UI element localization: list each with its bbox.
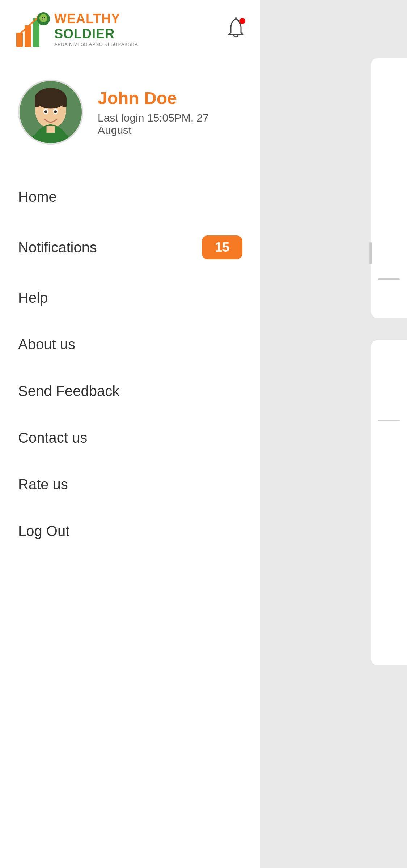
svg-point-6	[42, 17, 43, 18]
menu-item-logout[interactable]: Log Out	[18, 508, 242, 554]
drawer-panel: WEALTHY SOLDIER APNA NIVESH APNO KI SURA…	[0, 0, 260, 868]
menu-label-contact: Contact us	[18, 430, 87, 446]
notifications-badge: 15	[202, 235, 242, 259]
partial-bracket	[364, 242, 372, 264]
menu-label-home: Home	[18, 189, 57, 205]
svg-point-16	[44, 110, 47, 113]
logo-container: WEALTHY SOLDIER APNA NIVESH APNO KI SURA…	[14, 11, 138, 47]
menu-label-logout: Log Out	[18, 523, 69, 539]
svg-point-7	[44, 17, 45, 18]
profile-section: John Doe Last login 15:05PM, 27 August	[0, 58, 260, 174]
menu-item-notifications[interactable]: Notifications 15	[18, 220, 242, 275]
svg-rect-18	[47, 126, 55, 133]
menu-item-rate[interactable]: Rate us	[18, 461, 242, 508]
logo-icon	[14, 11, 51, 47]
logo-tagline-text: APNA NIVESH APNO KI SURAKSHA	[54, 42, 138, 47]
menu-item-feedback[interactable]: Send Feedback	[18, 368, 242, 414]
menu-label-feedback: Send Feedback	[18, 383, 119, 399]
menu-label-notifications: Notifications	[18, 239, 97, 256]
menu-item-about[interactable]: About us	[18, 321, 242, 368]
svg-point-5	[39, 14, 47, 22]
right-divider-1	[378, 278, 400, 280]
bell-button[interactable]	[226, 17, 246, 41]
user-name: John Doe	[98, 88, 242, 108]
notification-dot	[239, 18, 245, 24]
drawer-header: WEALTHY SOLDIER APNA NIVESH APNO KI SURA…	[0, 0, 260, 58]
right-panel-bottom	[371, 340, 407, 665]
avatar	[18, 80, 83, 145]
menu-label-rate: Rate us	[18, 476, 68, 493]
svg-rect-12	[35, 98, 39, 107]
svg-rect-13	[62, 98, 66, 107]
menu-label-about: About us	[18, 336, 75, 353]
logo-wealthy-text: WEALTHY	[54, 11, 138, 26]
user-info: John Doe Last login 15:05PM, 27 August	[98, 88, 242, 136]
menu-label-help: Help	[18, 290, 48, 306]
avatar-image	[20, 80, 82, 145]
svg-point-17	[54, 110, 57, 113]
logo-text-area: WEALTHY SOLDIER APNA NIVESH APNO KI SURA…	[54, 11, 138, 47]
logo-soldier-text: SOLDIER	[54, 26, 138, 42]
menu-item-contact[interactable]: Contact us	[18, 414, 242, 461]
menu-list: Home Notifications 15 Help About us Send…	[0, 174, 260, 554]
right-divider-2	[378, 420, 400, 421]
menu-item-home[interactable]: Home	[18, 174, 242, 220]
menu-item-help[interactable]: Help	[18, 275, 242, 321]
svg-point-11	[35, 88, 67, 109]
user-last-login: Last login 15:05PM, 27 August	[98, 112, 242, 136]
